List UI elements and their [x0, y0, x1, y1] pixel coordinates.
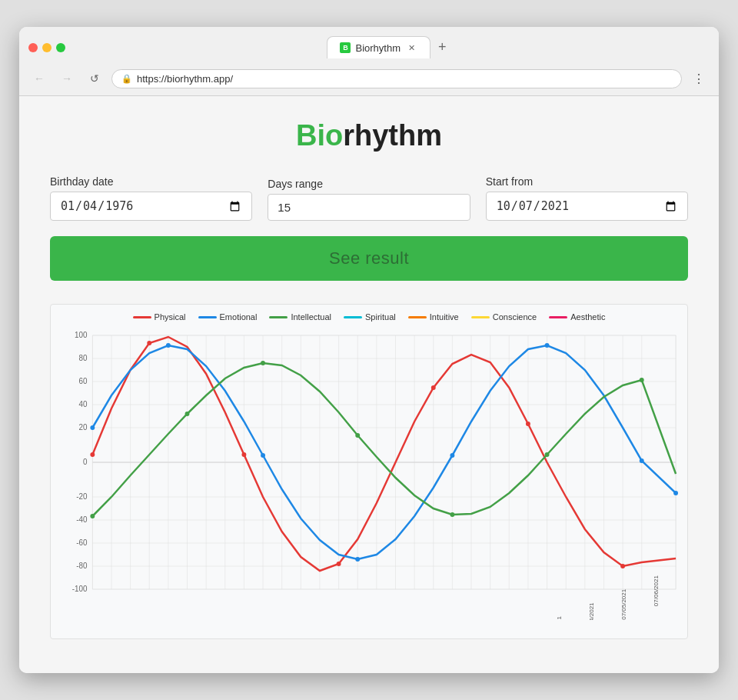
app-title: Biorhythm: [50, 119, 688, 152]
legend-intuitive: Intuitive: [408, 312, 459, 322]
svg-point-101: [185, 412, 190, 416]
legend-intuitive-label: Intuitive: [430, 312, 459, 322]
legend-physical-label: Physical: [155, 312, 186, 322]
svg-point-97: [545, 343, 550, 348]
legend-spiritual-label: Spiritual: [365, 312, 396, 322]
address-bar[interactable]: 🔒 https://biorhythm.app/: [111, 69, 682, 88]
forward-button[interactable]: →: [56, 68, 78, 89]
browser-window: B Biorhythm ✕ + ← → ↺ 🔒 https://biorhyth…: [19, 27, 719, 673]
legend-emotional-label: Emotional: [220, 312, 258, 322]
birthday-group: Birthday date: [50, 175, 252, 221]
traffic-lights: [28, 43, 65, 52]
start-from-group: Start from: [486, 175, 688, 221]
svg-text:07/04/2021: 07/04/2021: [588, 602, 595, 620]
browser-titlebar: B Biorhythm ✕ +: [19, 27, 719, 65]
svg-point-100: [90, 514, 95, 518]
svg-point-93: [166, 343, 171, 348]
svg-text:-40: -40: [76, 515, 88, 524]
title-bio: Bio: [296, 119, 343, 152]
svg-text:-80: -80: [76, 562, 88, 570]
tab-title: Biorhythm: [355, 42, 401, 54]
svg-text:60: 60: [78, 377, 87, 385]
legend-intellectual: Intellectual: [269, 312, 331, 322]
url-text: https://biorhythm.app/: [137, 73, 672, 85]
tab-bar: B Biorhythm ✕ +: [281, 35, 500, 60]
svg-point-90: [526, 422, 530, 426]
days-range-label: Days range: [268, 178, 470, 190]
legend-spiritual: Spiritual: [344, 312, 396, 322]
svg-point-92: [90, 425, 95, 430]
browser-addressbar: ← → ↺ 🔒 https://biorhythm.app/ ⋮: [19, 65, 719, 95]
start-from-label: Start from: [486, 175, 688, 188]
svg-point-94: [261, 453, 265, 458]
chart-area: 100 80 60 40 20 0 -20 -40 -60 -80 -100 0…: [58, 328, 680, 623]
browser-menu-button[interactable]: ⋮: [688, 68, 710, 89]
legend-aesthetic-label: Aesthetic: [570, 312, 605, 322]
see-result-button[interactable]: See result: [50, 236, 688, 281]
svg-point-102: [261, 361, 265, 365]
svg-point-85: [90, 452, 95, 457]
svg-point-103: [355, 433, 360, 438]
birthday-label: Birthday date: [50, 175, 252, 188]
svg-point-87: [241, 452, 246, 457]
svg-point-89: [431, 385, 436, 390]
svg-point-105: [545, 452, 550, 457]
svg-point-106: [640, 378, 644, 382]
back-button[interactable]: ←: [28, 68, 50, 89]
refresh-button[interactable]: ↺: [84, 68, 105, 89]
svg-text:07/06/2021: 07/06/2021: [653, 575, 660, 607]
lock-icon: 🔒: [121, 74, 132, 84]
svg-point-98: [640, 458, 644, 463]
browser-chrome: B Biorhythm ✕ + ← → ↺ 🔒 https://biorhyth…: [19, 27, 719, 96]
page-content: Biorhythm Birthday date Days range Start…: [19, 96, 719, 673]
biorhythm-chart: 100 80 60 40 20 0 -20 -40 -60 -80 -100 0…: [58, 328, 680, 620]
legend-physical: Physical: [133, 312, 186, 322]
legend-conscience-label: Conscience: [493, 312, 537, 322]
legend-aesthetic: Aesthetic: [549, 312, 605, 322]
tab-close-button[interactable]: ✕: [405, 42, 417, 54]
svg-text:0: 0: [83, 458, 88, 466]
new-tab-button[interactable]: +: [430, 35, 454, 60]
svg-point-104: [450, 512, 454, 517]
svg-point-96: [450, 453, 454, 458]
birthday-input[interactable]: [50, 192, 252, 221]
svg-point-86: [147, 341, 151, 345]
close-button[interactable]: [28, 43, 38, 52]
form-row: Birthday date Days range Start from: [50, 175, 688, 221]
legend-emotional: Emotional: [198, 312, 258, 322]
start-from-input[interactable]: [486, 192, 688, 221]
tab-favicon: B: [340, 42, 351, 53]
legend-intellectual-label: Intellectual: [291, 312, 331, 322]
svg-text:40: 40: [78, 400, 87, 408]
svg-text:07/03/2021: 07/03/2021: [556, 616, 563, 620]
svg-point-88: [337, 562, 341, 566]
svg-point-91: [620, 564, 625, 568]
svg-text:-20: -20: [76, 492, 88, 501]
svg-text:100: 100: [75, 331, 88, 339]
active-tab[interactable]: B Biorhythm ✕: [327, 36, 430, 58]
chart-legend: Physical Emotional Intellectual Spiritua…: [58, 312, 680, 322]
svg-text:-100: -100: [72, 585, 88, 593]
maximize-button[interactable]: [56, 43, 65, 52]
svg-text:80: 80: [78, 354, 87, 362]
svg-text:20: 20: [78, 423, 87, 432]
title-rhythm: rhythm: [343, 119, 442, 152]
days-range-input[interactable]: [268, 194, 470, 221]
svg-point-99: [673, 491, 678, 495]
days-range-group: Days range: [268, 178, 470, 221]
svg-text:-60: -60: [76, 538, 88, 547]
chart-container: Physical Emotional Intellectual Spiritua…: [50, 304, 688, 639]
svg-point-95: [355, 557, 360, 562]
minimize-button[interactable]: [42, 43, 52, 52]
svg-text:07/05/2021: 07/05/2021: [620, 588, 627, 620]
legend-conscience: Conscience: [471, 312, 537, 322]
